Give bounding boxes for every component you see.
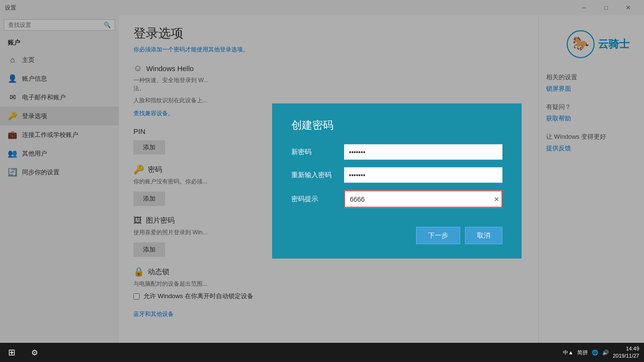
- hint-input[interactable]: [344, 191, 502, 208]
- next-button[interactable]: 下一步: [416, 227, 460, 244]
- taskbar-network-icon: 🌐: [592, 350, 598, 356]
- new-password-input-wrap: [344, 145, 502, 160]
- taskbar-volume-icon: 🔊: [602, 350, 609, 356]
- taskbar-ime: 简拼: [577, 349, 588, 356]
- taskbar: ⊞ ⚙ 中▲ 简拼 🌐 🔊 14:49 2019/11/27: [0, 343, 644, 362]
- taskbar-lang: 中▲: [563, 349, 573, 356]
- create-password-dialog: 创建密码 新密码 重新输入密码 密码提示 ✕ 下一步 取消: [272, 104, 522, 259]
- new-password-input[interactable]: [344, 145, 502, 160]
- confirm-password-input[interactable]: [344, 168, 502, 183]
- taskbar-right: 中▲ 简拼 🌐 🔊 14:49 2019/11/27: [563, 345, 644, 360]
- date-display: 2019/11/27: [613, 352, 639, 360]
- confirm-password-field: 重新输入密码: [291, 168, 502, 183]
- new-password-label: 新密码: [291, 148, 344, 157]
- modal-footer: 下一步 取消: [291, 227, 502, 244]
- hint-input-wrap: ✕: [344, 191, 502, 208]
- cancel-button[interactable]: 取消: [465, 227, 502, 244]
- hint-clear-button[interactable]: ✕: [494, 195, 500, 203]
- hint-label: 密码提示: [291, 195, 344, 204]
- modal-title: 创建密码: [291, 118, 502, 133]
- start-button[interactable]: ⊞: [0, 343, 23, 362]
- hint-field: 密码提示 ✕: [291, 191, 502, 208]
- settings-taskbar-icon[interactable]: ⚙: [23, 343, 46, 362]
- confirm-password-label: 重新输入密码: [291, 171, 344, 180]
- confirm-password-input-wrap: [344, 168, 502, 183]
- taskbar-time: 14:49 2019/11/27: [613, 345, 639, 360]
- time-display: 14:49: [613, 345, 639, 352]
- new-password-field: 新密码: [291, 145, 502, 160]
